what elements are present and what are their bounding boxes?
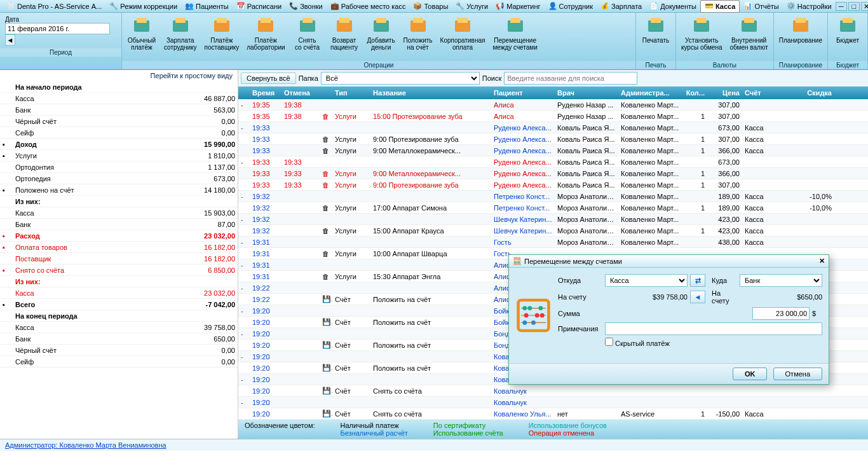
status-bar[interactable]: Администратор: Коваленко Марта Вениамино… [0,439,868,451]
hidden-checkbox[interactable] [605,338,613,346]
svg-rect-1 [137,18,147,23]
cancel-button[interactable]: Отмена [773,368,822,380]
svg-point-40 [522,320,527,325]
menu-Услуги[interactable]: 🔧Услуги [452,0,492,13]
summary-row: ▪Расход23 032,00 [0,230,238,242]
summary-row: Ортопедия673,00 [0,173,238,184]
menu-Пациенты[interactable]: 👥Пациенты [181,0,233,13]
table-row[interactable]: 19:20💾СчётСнять со счётаКовальчук [238,385,868,397]
menu-Сотрудник[interactable]: 👤Сотрудник [545,0,597,13]
summary-row: Ортодонтия1 137,00 [0,162,238,173]
close-button[interactable]: ✕ [861,2,868,11]
table-row[interactable]: -19:3519:38АлисаРуденко Назар ...Ковален… [238,99,868,111]
simple-view-link[interactable]: Перейти к простому виду [0,70,238,81]
ribbon-Зарплата-сотруднику[interactable]: Зарплатасотруднику [160,14,201,52]
summary-row: Касса23 032,00 [0,287,238,299]
summary-row: Банк563,00 [0,104,238,116]
table-row[interactable]: -19:32Петренко Конст...Мороз Анатолий...… [238,191,868,202]
summary-row: ▪Снято со счёта6 850,00 [0,265,238,276]
search-label: Поиск [482,74,501,82]
ribbon-Обычный-платёж[interactable]: Обычныйплатёж [123,14,160,52]
menu-Рабочее место касс[interactable]: 💼Рабочее место касс [327,0,410,13]
ribbon-Добавить-деньги[interactable]: Добавитьденьги [363,14,400,52]
swap-button[interactable]: ⇄ [690,274,705,287]
svg-rect-11 [339,18,349,23]
menu-Товары[interactable]: 📦Товары [409,0,452,13]
hidden-checkbox-label[interactable]: Скрытый платёж [605,338,822,347]
table-row[interactable]: -19:32Шевчук Катерин...Мороз Анатолий...… [238,214,868,225]
date-label: Дата [5,16,19,23]
summary-row: Чёрный счёт0,00 [0,116,238,127]
menu-Отчёты[interactable]: 📊Отчёты [740,0,782,13]
svg-rect-13 [376,18,386,23]
folder-select[interactable]: Всё [321,72,480,85]
table-row[interactable]: 19:3519:38🗑Услуги15:00 Протезирование зу… [238,111,868,122]
dialog-title: Перемещение между счетами [524,258,622,265]
ok-button[interactable]: OK [733,368,768,380]
ribbon-Печатать[interactable]: Печатать [637,14,674,45]
table-row[interactable]: 19:33🗑Услуги9:00 Протезирование зубаРуде… [238,134,868,145]
ribbon-Внутренний-обмен-валют[interactable]: Внутреннийобмен валют [726,14,771,52]
svg-rect-27 [796,18,806,23]
amount-input[interactable] [752,307,810,320]
svg-rect-21 [651,18,661,23]
direction-button[interactable]: ◄ [690,291,705,303]
table-row[interactable]: -19:20Ковальчук [238,397,868,408]
menu-Настройки[interactable]: ⚙️Настройки [783,0,836,13]
svg-rect-17 [458,18,468,23]
ribbon-Корпоративная-оплата[interactable]: Корпоративнаяоплата [437,14,489,52]
ribbon-Планирование[interactable]: Планирование [775,14,826,45]
svg-point-39 [540,313,545,318]
svg-rect-7 [261,18,271,23]
menu-Зарплата[interactable]: 💰Зарплата [597,0,646,13]
ribbon-Установить-курсы-обмена[interactable]: Установитькурсы обмена [677,14,726,52]
ribbon-Положить-на-счёт[interactable]: Положитьна счёт [400,14,437,52]
collapse-all-button[interactable]: Свернуть всё [241,72,296,84]
legend: Обозначение цветом: Наличный платежБезна… [238,420,868,439]
table-row[interactable]: -19:3319:33Руденко Алекса...Коваль Раиса… [238,156,868,168]
app-title: 🦷Denta Pro - AS-Service А... [3,1,105,12]
menu-Маркетинг[interactable]: 📢Маркетинг [492,0,544,13]
table-row[interactable]: 19:3319:33🗑Услуги9:00 Протезирование зуб… [238,179,868,191]
maximize-button[interactable]: □ [848,2,860,11]
grid-header: ВремяОтменаТипНазваниеПациентВрачАдминис… [238,86,868,99]
ribbon-Возврат-пациенту[interactable]: Возвратпациенту [326,14,363,52]
summary-row: ▪Доход15 990,00 [0,139,238,150]
table-row[interactable]: 19:3319:33🗑Услуги9:00 Металлокерамическ.… [238,168,868,179]
table-row[interactable]: -19:33Руденко Алекса...Коваль Раиса Я...… [238,122,868,134]
date-input[interactable] [5,23,110,34]
summary-row: На конец периода [0,310,238,322]
svg-rect-25 [744,18,754,23]
dialog-icon: 🧮 [513,257,522,265]
menu-Режим коррекции[interactable]: 🔧Режим коррекции [105,0,181,13]
ribbon-Платёж-лаборатории[interactable]: Платёжлаборатории [243,14,288,52]
svg-rect-23 [696,18,707,23]
minimize-button[interactable]: ─ [836,2,847,11]
date-prev[interactable]: ◄ [5,34,15,46]
summary-row: Банк87,00 [0,219,238,230]
ribbon-Перемещение-между-счетами[interactable]: Перемещениемежду счетами [489,14,541,52]
ribbon-Бюджет[interactable]: Бюджет [829,14,866,45]
table-row[interactable]: 19:32🗑Услуги17:00 Аппарат СимонаПетренко… [238,202,868,214]
search-input[interactable] [504,72,637,85]
from-account-select[interactable]: Касса [605,274,688,287]
svg-point-34 [522,306,527,310]
summary-row: Касса39 758,00 [0,322,238,333]
to-account-select[interactable]: Банк [740,274,822,287]
menu-Звонки[interactable]: 📞Звонки [285,0,327,13]
summary-row: ▪Положено на счёт14 180,00 [0,184,238,196]
table-row[interactable]: 19:33🗑Услуги9:00 Металлокерамическ...Руд… [238,145,868,156]
dialog-close-button[interactable]: ✕ [819,257,825,265]
svg-point-37 [524,313,529,318]
summary-row: Поставщик16 182,00 [0,253,238,265]
table-row[interactable]: 19:32🗑Услуги15:00 Аппарат КраусаШевчук К… [238,225,868,237]
ribbon-Снять-со-счёта[interactable]: Снятьсо счёта [289,14,326,52]
menu-Расписани[interactable]: 📅Расписани [233,0,286,13]
svg-rect-29 [843,18,853,23]
ribbon-Платёж-поставщику[interactable]: Платёжпоставщику [201,14,243,52]
notes-input[interactable] [605,322,822,335]
menu-Касса[interactable]: 💳Касса [700,0,740,13]
table-row[interactable]: 19:20💾СчётСнять со счётаКоваленко Улья..… [238,408,868,420]
table-row[interactable]: -19:31ГостьМороз Анатолий...Коваленко Ма… [238,237,868,248]
menu-Документы[interactable]: 📄Документы [646,0,700,13]
